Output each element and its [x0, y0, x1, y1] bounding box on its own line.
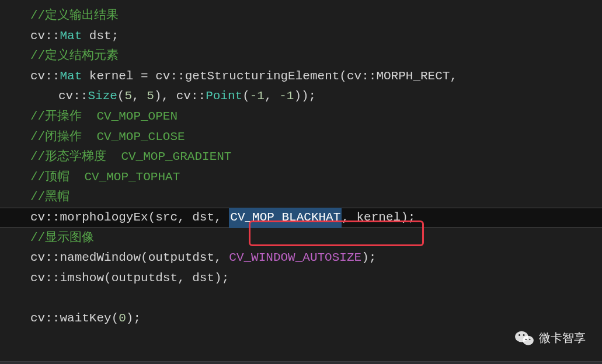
code-text: kernel = [82, 66, 155, 87]
number-literal: -1 [250, 86, 265, 107]
watermark: 微卡智享 [514, 328, 586, 348]
namespace: cv:: [30, 268, 60, 289]
code-line[interactable]: cv::Mat kernel = cv::getStructuringEleme… [0, 66, 602, 87]
code-line-empty[interactable] [0, 288, 602, 309]
function-name: namedWindow [60, 248, 141, 268]
number-literal: 5 [124, 86, 132, 107]
code-line[interactable]: cv::waitKey(0); [0, 309, 602, 329]
comment-text: //显示图像 [30, 228, 94, 249]
punctuation: ( [117, 86, 125, 107]
code-line[interactable]: cv::imshow(outputdst, dst); [0, 268, 602, 289]
namespace: cv:: [155, 66, 185, 87]
namespace: cv:: [30, 309, 60, 329]
function-name: imshow [60, 268, 104, 289]
selected-constant: CV_MOP_BLACKHAT [229, 208, 342, 228]
function-name: getStructuringElement [185, 66, 340, 87]
code-line[interactable]: //定义结构元素 [0, 46, 602, 66]
svg-point-5 [529, 338, 530, 340]
code-line[interactable]: cv::Mat dst; [0, 26, 602, 47]
punctuation: )); [294, 86, 316, 107]
code-text: , kernel); [342, 208, 415, 228]
code-line[interactable]: //定义输出结果 [0, 6, 602, 26]
namespace: cv:: [58, 86, 88, 107]
namespace: cv:: [30, 66, 60, 87]
namespace: cv:: [30, 208, 60, 228]
namespace: cv:: [30, 248, 60, 268]
comment-text: //定义输出结果 [30, 6, 119, 26]
punctuation: ); [361, 248, 376, 268]
type-name: Mat [60, 66, 82, 87]
punctuation: , [132, 86, 147, 107]
code-text: dst; [82, 26, 119, 47]
wechat-icon [514, 330, 534, 346]
svg-point-2 [519, 334, 520, 335]
comment-text: //开操作 CV_MOP_OPEN [30, 107, 178, 127]
bottom-bar [0, 361, 602, 364]
comment-text: //闭操作 CV_MOP_CLOSE [30, 127, 185, 148]
namespace: cv:: [30, 26, 60, 47]
punctuation: ( [112, 309, 119, 329]
number-literal: -1 [279, 86, 294, 107]
code-text: (outputdst, dst); [104, 268, 229, 289]
punctuation: ); [126, 309, 141, 329]
svg-point-4 [526, 338, 527, 340]
type-name: Mat [60, 26, 82, 47]
punctuation: , [450, 66, 457, 87]
type-name: Size [88, 86, 117, 107]
code-line[interactable]: //顶帽 CV_MOP_TOPHAT [0, 167, 602, 188]
number-literal: 5 [147, 86, 154, 107]
watermark-text: 微卡智享 [539, 328, 586, 348]
punctuation: , [265, 86, 279, 107]
function-name: morphologyEx [60, 208, 148, 228]
type-name: Point [206, 86, 242, 107]
code-line-highlighted[interactable]: cv::morphologyEx(src, dst, CV_MOP_BLACKH… [0, 208, 602, 228]
code-line[interactable]: //闭操作 CV_MOP_CLOSE [0, 127, 602, 148]
punctuation: ), [154, 86, 176, 107]
code-line[interactable]: cv::namedWindow(outputdst, CV_WINDOW_AUT… [0, 248, 602, 268]
punctuation: ( [242, 86, 250, 107]
code-line[interactable]: //形态学梯度 CV_MOP_GRADIENT [0, 147, 602, 167]
number-literal: 0 [119, 309, 126, 329]
namespace: cv:: [347, 66, 376, 87]
comment-text: //黑帽 [30, 187, 69, 208]
code-text: (outputdst, [141, 248, 229, 268]
namespace: cv:: [176, 86, 206, 107]
svg-point-3 [523, 334, 525, 335]
constant: MORPH_RECT [376, 66, 450, 87]
constant: CV_WINDOW_AUTOSIZE [229, 248, 361, 268]
code-line[interactable]: cv::Size(5, 5), cv::Point(-1, -1)); [0, 86, 602, 107]
code-line[interactable]: //黑帽 [0, 187, 602, 208]
code-text: (src, dst, [148, 208, 229, 228]
code-line[interactable]: //显示图像 [0, 228, 602, 249]
code-line[interactable]: //开操作 CV_MOP_OPEN [0, 107, 602, 127]
function-name: waitKey [60, 309, 111, 329]
comment-text: //顶帽 CV_MOP_TOPHAT [30, 167, 180, 188]
comment-text: //形态学梯度 CV_MOP_GRADIENT [30, 147, 231, 167]
comment-text: //定义结构元素 [30, 46, 119, 66]
punctuation: ( [339, 66, 347, 87]
svg-point-1 [523, 335, 534, 345]
code-editor[interactable]: //定义输出结果 cv::Mat dst; //定义结构元素 cv::Mat k… [0, 0, 602, 329]
